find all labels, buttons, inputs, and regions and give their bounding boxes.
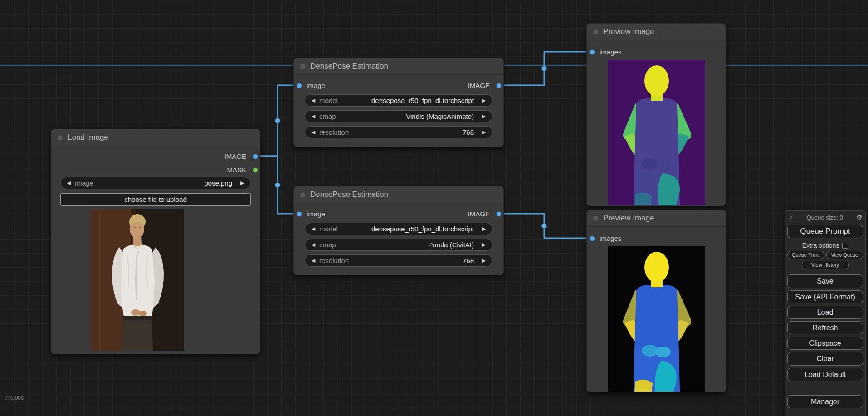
densepose-result-parula	[608, 246, 705, 392]
prev-arrow-icon[interactable]: ◀	[309, 98, 317, 103]
next-arrow-icon[interactable]: ▶	[480, 98, 488, 103]
graph-canvas[interactable]: Load Image IMAGE MASK ◀ image pose.png ▶…	[0, 0, 868, 416]
model-widget[interactable]: ◀ model densepose_r50_fpn_dl.torchscript…	[305, 223, 493, 235]
wire-midpoint-dot[interactable]	[275, 183, 280, 188]
node-load-image[interactable]: Load Image IMAGE MASK ◀ image pose.png ▶…	[51, 129, 260, 354]
widget-label: resolution	[319, 257, 349, 264]
node-titlebar[interactable]: DensePose Estimation	[294, 58, 503, 75]
widget-value: densepose_r50_fpn_dl.torchscript	[338, 225, 480, 233]
decrement-arrow-icon[interactable]: ◀	[309, 129, 317, 135]
clear-button[interactable]: Clear	[787, 352, 863, 365]
widget-value: pose.png	[93, 179, 238, 187]
input-slot-images[interactable]	[590, 236, 595, 241]
node-preview-image-top[interactable]: Preview Image images	[586, 23, 726, 206]
node-title: DensePose Estimation	[310, 62, 388, 71]
densepose-result-viridis	[608, 60, 705, 205]
refresh-button[interactable]: Refresh	[787, 321, 863, 334]
model-widget[interactable]: ◀ model densepose_r50_fpn_dl.torchscript…	[305, 94, 493, 107]
save-button[interactable]: Save	[787, 274, 863, 288]
next-arrow-icon[interactable]: ▶	[480, 242, 488, 248]
collapse-dot-icon[interactable]	[300, 64, 305, 69]
queue-size-label: Queue size:	[807, 214, 838, 221]
output-label-mask: MASK	[227, 165, 246, 176]
increment-arrow-icon[interactable]: ▶	[480, 129, 488, 135]
widget-value: densepose_r50_fpn_dl.torchscript	[338, 97, 480, 104]
queue-prompt-button[interactable]: Queue Prompt	[787, 225, 863, 238]
collapse-dot-icon[interactable]	[300, 192, 305, 197]
extra-options-label: Extra options	[802, 242, 839, 249]
output-label-image: IMAGE	[468, 80, 490, 91]
node-title: Load Image	[68, 133, 108, 142]
decrement-arrow-icon[interactable]: ◀	[309, 258, 317, 264]
menu-header: ⠿ Queue size: 0 ⚙	[787, 212, 863, 222]
input-label-image: image	[307, 80, 325, 91]
node-titlebar[interactable]: Load Image	[51, 129, 260, 146]
output-label-image: IMAGE	[224, 151, 246, 162]
widget-label: cmap	[319, 113, 336, 120]
resolution-widget[interactable]: ◀ resolution 768 ▶	[305, 126, 493, 138]
view-history-button[interactable]: View History	[802, 261, 849, 269]
canvas-perf-stats: T: 0.00s I: 0 N: 5 [5] V: 34 FPS:59.52	[5, 381, 30, 416]
stat-line: T: 0.00s	[5, 395, 30, 401]
wire-midpoint-dot[interactable]	[542, 66, 547, 71]
clipspace-button[interactable]: Clipspace	[787, 337, 863, 350]
wire-midpoint-dot[interactable]	[275, 118, 280, 123]
output-slot-image[interactable]	[253, 154, 258, 159]
next-arrow-icon[interactable]: ▶	[238, 180, 246, 186]
next-arrow-icon[interactable]: ▶	[480, 113, 488, 119]
drag-handle-icon[interactable]: ⠿	[787, 214, 794, 220]
cmap-widget[interactable]: ◀ cmap Parula (CivitAI) ▶	[305, 239, 493, 251]
output-label-image: IMAGE	[468, 209, 490, 220]
widget-value: 768	[349, 257, 480, 264]
node-title: DensePose Estimation	[310, 190, 388, 199]
resolution-widget[interactable]: ◀ resolution 768 ▶	[305, 254, 493, 267]
settings-gear-icon[interactable]: ⚙	[855, 214, 863, 221]
node-titlebar[interactable]: Preview Image	[587, 210, 726, 227]
collapse-dot-icon[interactable]	[593, 29, 598, 34]
cmap-widget[interactable]: ◀ cmap Viridis (MagicAnimate) ▶	[305, 110, 493, 122]
node-title: Preview Image	[603, 214, 654, 223]
node-titlebar[interactable]: Preview Image	[587, 24, 726, 40]
prev-arrow-icon[interactable]: ◀	[309, 242, 317, 248]
manager-button[interactable]: Manager	[787, 395, 863, 408]
collapse-dot-icon[interactable]	[593, 216, 598, 221]
widget-value: 768	[349, 128, 480, 136]
collapse-dot-icon[interactable]	[58, 135, 63, 140]
input-label-images: images	[600, 233, 621, 244]
widget-value: Viridis (MagicAnimate)	[336, 113, 480, 120]
comfy-menu-panel: ⠿ Queue size: 0 ⚙ Queue Prompt Extra opt…	[785, 210, 866, 416]
widget-label: model	[319, 225, 338, 233]
widget-label: cmap	[319, 241, 336, 249]
queue-front-button[interactable]: Queue Front	[787, 251, 824, 259]
prev-arrow-icon[interactable]: ◀	[309, 113, 317, 119]
wire-midpoint-dot[interactable]	[542, 224, 547, 229]
prev-arrow-icon[interactable]: ◀	[309, 226, 317, 232]
input-slot-image[interactable]	[297, 83, 302, 88]
increment-arrow-icon[interactable]: ▶	[480, 258, 488, 264]
view-queue-button[interactable]: View Queue	[826, 251, 863, 259]
image-filename-widget[interactable]: ◀ image pose.png ▶	[60, 177, 251, 189]
node-titlebar[interactable]: DensePose Estimation	[294, 186, 503, 203]
choose-file-button[interactable]: choose file to upload	[60, 193, 251, 206]
node-preview-image-bottom[interactable]: Preview Image images	[586, 210, 726, 392]
node-densepose-top[interactable]: DensePose Estimation image IMAGE ◀ model…	[293, 58, 504, 147]
load-button[interactable]: Load	[787, 306, 863, 319]
load-default-button[interactable]: Load Default	[787, 368, 863, 381]
output-slot-image[interactable]	[496, 211, 502, 217]
loaded-image-preview	[91, 209, 184, 351]
input-label-image: image	[307, 209, 325, 220]
extra-options-checkbox[interactable]	[842, 243, 848, 249]
input-label-images: images	[600, 47, 621, 58]
input-slot-image[interactable]	[297, 211, 302, 217]
node-densepose-bottom[interactable]: DensePose Estimation image IMAGE ◀ model…	[293, 186, 504, 275]
input-slot-images[interactable]	[590, 49, 595, 55]
prev-arrow-icon[interactable]: ◀	[65, 180, 73, 186]
output-slot-mask[interactable]	[253, 167, 258, 173]
queue-size-value: 0	[840, 214, 843, 221]
widget-label: model	[319, 97, 338, 104]
next-arrow-icon[interactable]: ▶	[480, 226, 488, 232]
queue-size: Queue size: 0	[794, 214, 856, 221]
output-slot-image[interactable]	[496, 83, 502, 88]
save-api-button[interactable]: Save (API Format)	[787, 290, 863, 303]
menu-spacer	[787, 381, 863, 393]
